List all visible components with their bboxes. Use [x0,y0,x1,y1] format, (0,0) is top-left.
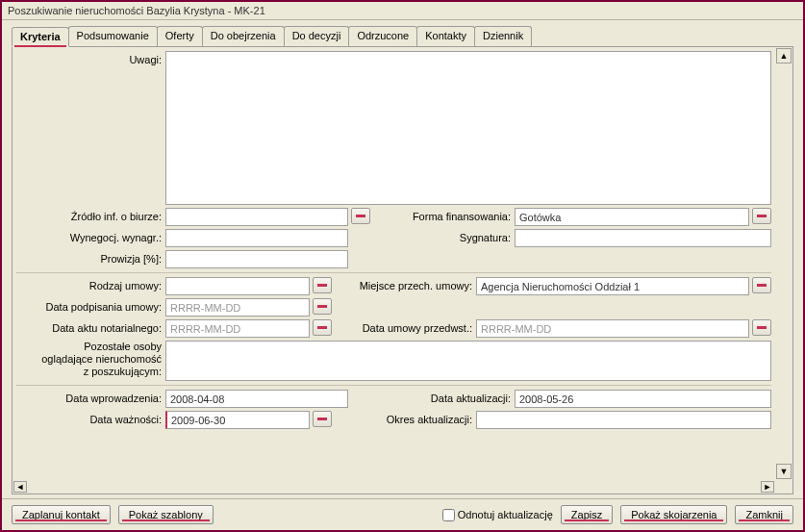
uwagi-textarea[interactable] [165,51,771,205]
tab-strip: Kryteria Podsumowanie Oferty Do obejrzen… [2,20,803,46]
tab-do-decyzji[interactable]: Do decyzji [284,26,350,46]
data-podpisania-label: Data podpisania umowy: [16,298,165,316]
okres-aktualizacji-label: Okres aktualizacji: [332,411,476,428]
zrodlo-inf-lookup-button[interactable] [351,208,370,224]
tab-do-obejrzenia[interactable]: Do obejrzenia [202,26,285,46]
wynegocj-input[interactable] [165,229,348,247]
pozostale-osoby-label: Pozostałe osoby oglądające nieruchomość … [16,341,165,378]
sygnatura-label: Sygnatura: [370,229,515,246]
data-aktu-picker-button[interactable] [313,319,332,336]
data-wprowadzenia-label: Data wprowadzenia: [16,390,165,407]
data-aktu-input[interactable] [165,319,310,338]
pozostale-osoby-textarea[interactable] [165,341,771,381]
sygnatura-input[interactable] [515,229,771,247]
horizontal-scrollbar[interactable]: ◄ ► [13,480,775,494]
tab-kontakty[interactable]: Kontakty [416,26,475,46]
wynegocj-label: Wynegocj. wynagr.: [16,229,165,246]
window-titlebar: Poszukiwanie nieruchomości Bazylia Kryst… [2,2,803,20]
forma-finansowania-label: Forma finansowania: [370,208,515,225]
rodzaj-umowy-lookup-button[interactable] [313,277,332,293]
zapisz-button[interactable]: Zapisz [561,505,613,524]
data-aktu-label: Data aktu notarialnego: [16,319,165,337]
odnotuj-aktualizacje-input[interactable] [442,509,455,521]
rodzaj-umowy-input[interactable] [165,277,310,295]
prowizja-label: Prowizja [%]: [16,250,165,267]
data-aktualizacji-input[interactable] [515,390,771,408]
scroll-right-icon[interactable]: ► [761,481,774,493]
tab-oferty[interactable]: Oferty [157,26,203,46]
forma-finansowania-input[interactable] [515,208,749,226]
data-umowy-przedwst-picker-button[interactable] [752,319,771,336]
bottom-toolbar: Zaplanuj kontakt Pokaż szablony Odnotuj … [2,498,803,530]
scroll-up-icon[interactable]: ▲ [776,48,792,63]
miejsce-przech-lookup-button[interactable] [752,277,771,293]
odnotuj-aktualizacje-checkbox[interactable]: Odnotuj aktualizację [442,509,553,521]
pokaz-skojarzenia-button[interactable]: Pokaż skojarzenia [620,505,727,524]
tab-kryteria[interactable]: Kryteria [12,27,69,47]
prowizja-input[interactable] [165,250,348,268]
zrodlo-inf-input[interactable] [165,208,348,226]
miejsce-przech-label: Miejsce przech. umowy: [332,277,476,294]
forma-finansowania-lookup-button[interactable] [752,208,771,224]
tab-podsumowanie[interactable]: Podsumowanie [68,26,158,46]
miejsce-przech-input[interactable] [476,277,749,295]
scroll-left-icon[interactable]: ◄ [13,481,27,493]
data-podpisania-picker-button[interactable] [313,298,332,315]
window-title: Poszukiwanie nieruchomości Bazylia Kryst… [8,5,265,16]
rodzaj-umowy-label: Rodzaj umowy: [16,277,165,294]
data-waznosci-input[interactable] [165,411,310,429]
data-umowy-przedwst-input[interactable] [476,319,749,338]
zrodlo-inf-label: Źródło inf. o biurze: [16,208,165,225]
pokaz-szablony-button[interactable]: Pokaż szablony [118,505,214,524]
vertical-scrollbar[interactable]: ▲ ▼ [775,47,792,480]
tab-dziennik[interactable]: Dziennik [474,26,532,46]
zamknij-button[interactable]: Zamknij [735,505,793,524]
data-wprowadzenia-input[interactable] [165,390,348,408]
odnotuj-aktualizacje-label: Odnotuj aktualizację [458,509,553,520]
data-umowy-przedwst-label: Data umowy przedwst.: [332,319,476,337]
data-waznosci-picker-button[interactable] [313,411,332,427]
okres-aktualizacji-input[interactable] [476,411,771,429]
scroll-down-icon[interactable]: ▼ [776,464,792,479]
data-podpisania-input[interactable] [165,298,310,317]
zaplanuj-kontakt-button[interactable]: Zaplanuj kontakt [12,505,111,524]
tab-odrzucone[interactable]: Odrzucone [348,26,417,46]
data-aktualizacji-label: Data aktualizacji: [370,390,515,407]
data-waznosci-label: Data ważności: [16,411,165,428]
uwagi-label: Uwagi: [16,51,165,68]
